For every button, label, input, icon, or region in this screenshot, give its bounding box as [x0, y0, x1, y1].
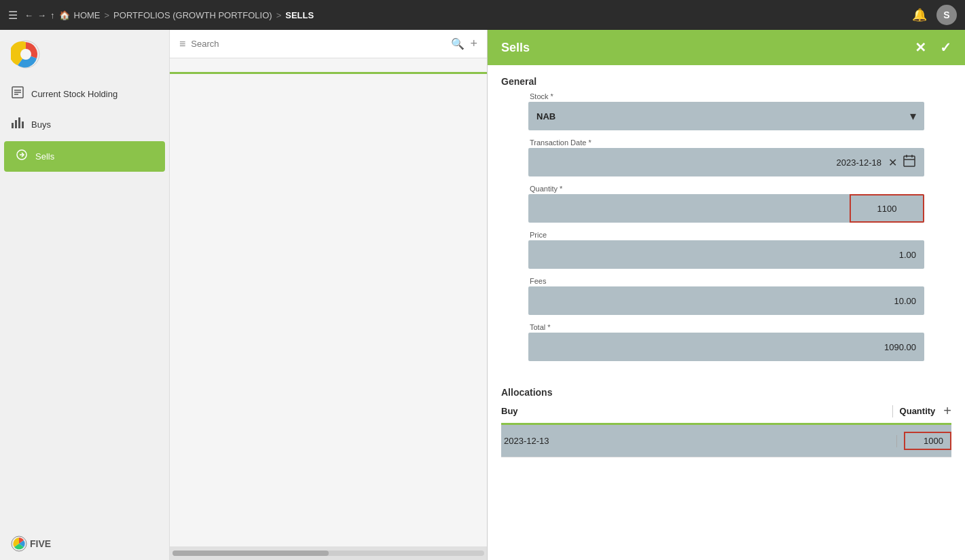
- price-input[interactable]: 1.00: [528, 240, 924, 269]
- five-logo: FIVE: [11, 536, 51, 552]
- sells-icon: [15, 148, 29, 165]
- sells-breadcrumb-label: SELLS: [285, 10, 314, 20]
- menu-icon[interactable]: ☰: [8, 9, 18, 22]
- form-title: Sells: [501, 41, 530, 55]
- sidebar-item-buys-label: Buys: [31, 119, 51, 130]
- transaction-date-value: 2023-12-18: [536, 157, 881, 168]
- alloc-col-separator: [892, 405, 893, 417]
- alloc-row-separator: [896, 435, 897, 447]
- fees-label: Fees: [528, 277, 924, 285]
- svg-rect-8: [18, 117, 20, 128]
- date-clear-icon[interactable]: ✕: [888, 156, 897, 169]
- sidebar-item-buys[interactable]: Buys: [0, 109, 169, 140]
- app-logo-icon: [11, 39, 41, 69]
- total-value: 1090.00: [884, 342, 916, 352]
- scrollbar-track[interactable]: [172, 550, 484, 556]
- add-record-icon[interactable]: +: [470, 37, 477, 51]
- search-bar: ≡ 🔍 +: [170, 30, 487, 58]
- list-scrollbar[interactable]: [170, 546, 487, 560]
- allocations-header: Buy Quantity +: [501, 403, 951, 425]
- total-label: Total *: [528, 323, 924, 331]
- sidebar-bottom: FIVE: [0, 527, 169, 560]
- form-panel: Sells ✕ ✓ General Stock * NAB ▾ Transact…: [488, 30, 965, 560]
- sidebar-item-sells[interactable]: Sells: [4, 141, 165, 172]
- form-save-button[interactable]: ✓: [940, 39, 951, 56]
- form-body: Stock * NAB ▾ Transaction Date * 2023-12…: [488, 92, 965, 369]
- alloc-qty-value[interactable]: 1000: [904, 432, 951, 450]
- home-label[interactable]: HOME: [74, 10, 101, 20]
- avatar[interactable]: S: [936, 5, 957, 25]
- breadcrumb-sep-2: >: [276, 10, 282, 20]
- quantity-field-left: [528, 194, 850, 223]
- search-input[interactable]: [191, 39, 445, 49]
- svg-rect-9: [22, 122, 24, 128]
- total-input[interactable]: 1090.00: [528, 333, 924, 361]
- general-section-title: General: [488, 65, 965, 92]
- sidebar-logo: [0, 30, 169, 79]
- alloc-add-button[interactable]: +: [943, 403, 951, 419]
- filter-icon[interactable]: ≡: [179, 38, 185, 50]
- fees-field: Fees 10.00: [528, 277, 924, 315]
- five-logo-text: FIVE: [30, 538, 51, 549]
- stock-label: Stock *: [528, 92, 924, 100]
- list-empty-message: [170, 74, 487, 546]
- allocations-title: Allocations: [501, 376, 951, 403]
- alloc-col-qty-header: Quantity: [900, 406, 939, 416]
- date-calendar-icon[interactable]: [903, 154, 916, 170]
- date-field-icons: ✕: [888, 154, 916, 170]
- stock-field: Stock * NAB ▾: [528, 92, 924, 130]
- sidebar-item-current-stock[interactable]: Current Stock Holding: [0, 79, 169, 109]
- breadcrumb: ← → ↑ 🏠 HOME > PORTFOLIOS (GROWTH PORTFO…: [24, 10, 905, 20]
- quantity-input-wrapper: 1100: [528, 194, 924, 223]
- search-icon[interactable]: 🔍: [451, 37, 465, 50]
- quantity-label: Quantity *: [528, 185, 924, 193]
- allocations-section: Allocations Buy Quantity + 2023-12-13 10…: [488, 376, 965, 458]
- list-table-header: [170, 58, 487, 74]
- svg-rect-7: [15, 120, 17, 128]
- scrollbar-thumb[interactable]: [172, 550, 329, 556]
- current-stock-icon: [11, 86, 24, 102]
- form-header: Sells ✕ ✓: [488, 30, 965, 65]
- transaction-date-field: Transaction Date * 2023-12-18 ✕: [528, 138, 924, 176]
- stock-input-wrapper: NAB ▾: [528, 102, 924, 130]
- fees-input[interactable]: 10.00: [528, 286, 924, 315]
- form-close-button[interactable]: ✕: [915, 39, 926, 56]
- form-header-actions: ✕ ✓: [915, 39, 951, 56]
- five-logo-icon: [11, 536, 27, 552]
- forward-icon[interactable]: →: [37, 10, 46, 20]
- fees-value: 10.00: [894, 296, 916, 306]
- breadcrumb-sep-1: >: [105, 10, 110, 20]
- allocation-row: 2023-12-13 1000: [501, 425, 951, 458]
- sidebar: Current Stock Holding Buys: [0, 30, 170, 560]
- svg-point-1: [20, 49, 31, 60]
- list-panel: ≡ 🔍 +: [170, 30, 488, 560]
- sidebar-item-sells-label: Sells: [35, 151, 54, 162]
- stock-dropdown-icon[interactable]: ▾: [910, 109, 916, 124]
- price-label: Price: [528, 231, 924, 239]
- alloc-buy-date: 2023-12-13: [501, 436, 890, 446]
- svg-rect-6: [12, 123, 14, 128]
- up-icon[interactable]: ↑: [50, 10, 55, 20]
- bell-icon[interactable]: 🔔: [912, 7, 927, 22]
- main-layout: Current Stock Holding Buys: [0, 30, 965, 560]
- svg-rect-13: [904, 156, 915, 166]
- back-icon[interactable]: ←: [24, 10, 33, 20]
- stock-value: NAB: [536, 111, 910, 122]
- topbar-right: 🔔 S: [912, 5, 957, 25]
- sidebar-item-current-stock-label: Current Stock Holding: [31, 89, 117, 99]
- transaction-date-label: Transaction Date *: [528, 138, 924, 147]
- quantity-field: Quantity * 1100: [528, 185, 924, 223]
- topbar: ☰ ← → ↑ 🏠 HOME > PORTFOLIOS (GROWTH PORT…: [0, 0, 965, 30]
- price-field: Price 1.00: [528, 231, 924, 269]
- buys-icon: [11, 116, 24, 133]
- price-value: 1.00: [899, 250, 916, 260]
- transaction-date-wrapper: 2023-12-18 ✕: [528, 148, 924, 176]
- home-icon[interactable]: 🏠: [59, 10, 70, 20]
- alloc-col-buy-header: Buy: [501, 406, 886, 416]
- portfolio-label[interactable]: PORTFOLIOS (GROWTH PORTFOLIO): [113, 10, 272, 20]
- total-field: Total * 1090.00: [528, 323, 924, 361]
- quantity-value[interactable]: 1100: [850, 194, 924, 223]
